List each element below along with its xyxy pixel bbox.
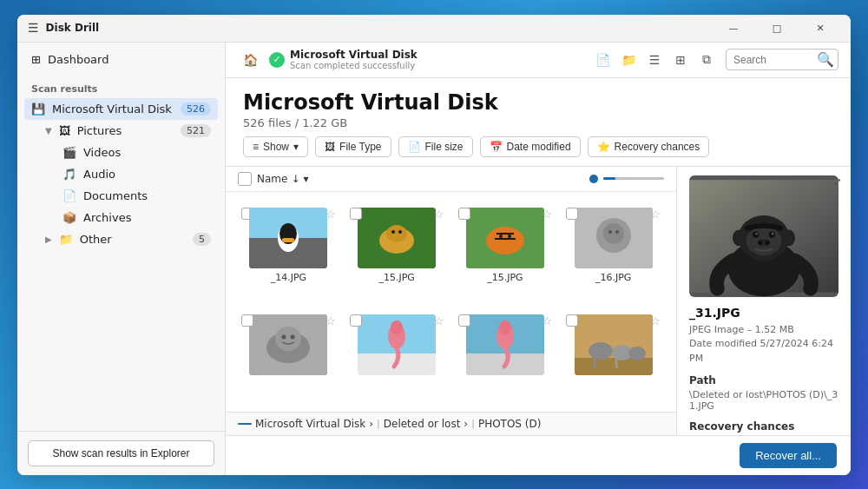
content-area: ⊞ Dashboard Scan results 💾 Microsoft Vir… — [17, 43, 851, 475]
svg-point-50 — [765, 240, 770, 245]
sidebar-item-archives[interactable]: 📦 Archives — [17, 207, 225, 228]
grid-view-button[interactable]: ⊞ — [668, 48, 693, 72]
file-star-icon[interactable]: ☆ — [542, 208, 553, 221]
file-checkbox[interactable] — [458, 314, 470, 327]
gorilla-svg — [689, 175, 838, 297]
breadcrumb-bar: Microsoft Virtual Disk › | Deleted or lo… — [226, 412, 676, 435]
list-item[interactable]: ☆ _15.JPG — [343, 201, 451, 307]
archives-icon: 📦 — [62, 211, 76, 224]
list-item[interactable]: ☆ — [451, 307, 560, 403]
list-view-button[interactable]: ☰ — [642, 48, 667, 72]
file-type-filter-button[interactable]: 🖼 File Type — [315, 136, 391, 157]
file-size-label: File size — [425, 141, 464, 153]
list-item[interactable]: ☆ — [559, 307, 667, 403]
show-scan-results-button[interactable]: Show scan results in Explorer — [28, 440, 214, 466]
pictures-expand-arrow: ▼ — [45, 126, 52, 135]
search-input[interactable] — [733, 54, 812, 66]
file-star-icon[interactable]: ☆ — [542, 314, 553, 327]
svg-rect-35 — [575, 358, 653, 375]
folder-icon-view-button[interactable]: 📁 — [616, 48, 641, 72]
sidebar-documents-label: Documents — [83, 189, 148, 202]
sidebar-item-audio[interactable]: 🎵 Audio — [17, 163, 225, 185]
sidebar-item-documents[interactable]: 📄 Documents — [17, 185, 225, 207]
close-button[interactable]: ✕ — [800, 15, 840, 43]
file-star-icon[interactable]: ☆ — [650, 314, 661, 327]
date-modified-filter-button[interactable]: 📅 Date modified — [480, 136, 581, 157]
file-icon-view-button[interactable]: 📄 — [590, 48, 615, 72]
file-star-icon[interactable]: ☆ — [434, 208, 444, 221]
hamburger-icon[interactable]: ☰ — [28, 21, 39, 35]
list-item[interactable]: ☆ — [234, 307, 343, 403]
sort-toggle-icon: ▾ — [303, 173, 308, 185]
file-size-filter-button[interactable]: 📄 File size — [398, 136, 473, 157]
pictures-icon: 🖼 — [59, 124, 70, 137]
home-button[interactable]: 🏠 — [238, 48, 262, 72]
detail-meta: JPEG Image – 1.52 MB Date modified 5/27/… — [689, 323, 838, 367]
documents-icon: 📄 — [62, 189, 76, 202]
zoom-slider-area — [589, 175, 664, 183]
svg-point-36 — [589, 342, 613, 360]
minimize-button[interactable]: — — [713, 15, 753, 43]
list-item[interactable]: ☆ _16.JPG — [559, 201, 667, 307]
file-grid: ☆ _14.JPG — [226, 192, 676, 412]
zoom-track[interactable] — [603, 177, 664, 180]
zoom-dot — [589, 175, 598, 183]
breadcrumb-disk[interactable]: Microsoft Virtual Disk › — [255, 418, 373, 430]
sidebar-item-dashboard[interactable]: ⊞ Dashboard — [17, 43, 225, 76]
select-all-checkbox[interactable] — [238, 172, 252, 186]
recovery-chances-filter-button[interactable]: ⭐ Recovery chances — [588, 136, 710, 157]
file-star-icon[interactable]: ☆ — [434, 314, 444, 327]
nav-view-buttons: 📄 📁 ☰ ⊞ ⧉ — [590, 48, 719, 72]
breadcrumb-deleted-arrow: › — [464, 418, 468, 430]
file-checkbox[interactable] — [566, 314, 578, 327]
svg-point-24 — [282, 334, 286, 339]
file-star-icon[interactable]: ☆ — [650, 208, 661, 221]
file-thumbnail — [575, 314, 653, 375]
sidebar-item-pictures[interactable]: ▼ 🖼 Pictures 521 — [17, 120, 225, 142]
sidebar-item-videos[interactable]: 🎬 Videos — [17, 142, 225, 163]
pictures-badge: 521 — [181, 124, 211, 137]
disk-badge: 526 — [181, 102, 211, 116]
list-item[interactable]: ☆ _15.JP — [451, 201, 560, 307]
svg-point-25 — [291, 334, 295, 339]
recover-all-button[interactable]: Recover all... — [740, 443, 837, 468]
svg-rect-4 — [282, 238, 294, 242]
breadcrumb-photos-label: PHOTOS (D) — [478, 418, 542, 430]
title-bar: ☰ Disk Drill — □ ✕ — [17, 15, 851, 43]
file-checkbox[interactable] — [241, 314, 253, 327]
breadcrumb-sep2: | — [471, 418, 475, 429]
detail-path-label: Path — [689, 374, 838, 387]
nav-title-block: Microsoft Virtual Disk Scan completed su… — [290, 49, 418, 70]
content-split: Name ↓ ▾ — [226, 166, 851, 435]
dashboard-grid-icon: ⊞ — [31, 53, 41, 66]
breadcrumb-photos[interactable]: PHOTOS (D) — [478, 418, 542, 430]
file-checkbox[interactable] — [350, 208, 362, 220]
sort-down-icon: ↓ — [291, 173, 299, 185]
sidebar-item-other[interactable]: ▶ 📁 Other 5 — [17, 228, 225, 250]
file-thumbnail — [249, 314, 327, 375]
show-filter-button[interactable]: ≡ Show ▾ — [243, 136, 308, 157]
file-checkbox[interactable] — [566, 208, 578, 220]
svg-point-15 — [508, 235, 511, 238]
file-type-label: File Type — [339, 141, 381, 153]
file-star-icon[interactable]: ☆ — [326, 314, 336, 327]
breadcrumb-sep1: | — [377, 418, 380, 429]
disk-title: Microsoft Virtual Disk — [243, 90, 833, 115]
nav-status: ✓ Microsoft Virtual Disk Scan completed … — [269, 49, 418, 70]
svg-point-8 — [391, 230, 395, 234]
list-item[interactable]: ☆ _14.JPG — [234, 201, 343, 307]
maximize-button[interactable]: □ — [757, 15, 797, 43]
file-checkbox[interactable] — [350, 314, 362, 327]
svg-point-18 — [603, 223, 624, 244]
detail-expand-button[interactable]: ⤢ — [832, 175, 842, 188]
name-column-header[interactable]: Name ↓ ▾ — [257, 173, 309, 185]
file-type-icon: 🖼 — [325, 141, 335, 153]
filter-bar: ≡ Show ▾ 🖼 File Type 📄 File size 📅 Date … — [226, 136, 851, 166]
list-item[interactable]: ☆ — [343, 307, 451, 403]
split-view-button[interactable]: ⧉ — [694, 48, 719, 72]
file-name: _15.JPG — [487, 272, 523, 283]
breadcrumb-deleted[interactable]: Deleted or lost › — [384, 418, 468, 430]
file-checkbox[interactable] — [458, 208, 470, 220]
other-expand-arrow: ▶ — [45, 235, 52, 244]
sidebar-item-microsoft-virtual-disk[interactable]: 💾 Microsoft Virtual Disk 526 — [24, 98, 218, 120]
